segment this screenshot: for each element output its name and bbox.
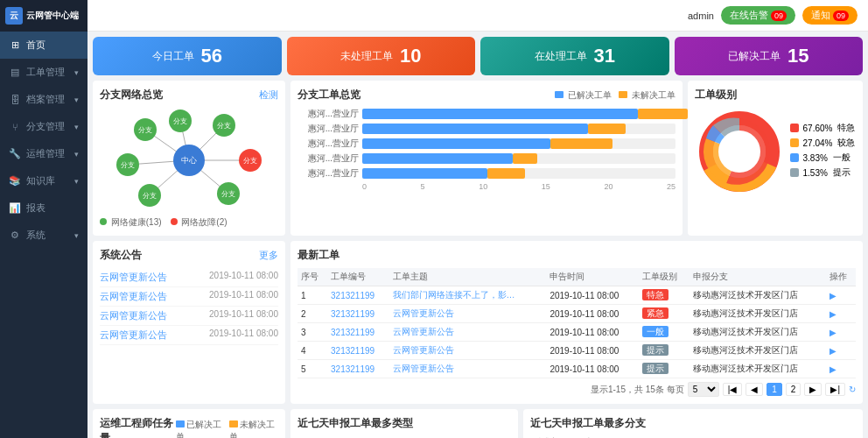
- action-link[interactable]: ▶: [830, 309, 836, 319]
- cell-id: 321321199: [327, 286, 389, 305]
- report-branches-header: 近七天申报工单最多分支: [530, 416, 856, 431]
- branch-legend: 已解决工单 未解决工单: [555, 89, 676, 102]
- sidebar-item-label: 报表: [26, 201, 46, 215]
- ticket-subject-link[interactable]: 云网管更新公告: [393, 326, 515, 338]
- network-panel-header: 分支网络总览 检测: [100, 88, 278, 102]
- legend-medium-label: 较急: [837, 137, 855, 149]
- ticket-id-link[interactable]: 321321199: [331, 309, 386, 319]
- level-tag: 提示: [642, 344, 668, 356]
- cell-id: 321321199: [327, 342, 389, 360]
- announce-link[interactable]: 云网管更新公告: [100, 309, 206, 322]
- legend-unresolved: 未解决工单: [619, 89, 676, 102]
- branch-bar-label: 惠河...营业厅: [298, 152, 359, 165]
- cell-num: 2: [298, 305, 327, 323]
- sidebar-item-label: 档案管理: [26, 93, 65, 106]
- engineer-header: 运维工程师任务量 已解决工单 未解决工单: [100, 416, 278, 438]
- cell-action: ▶: [826, 342, 856, 360]
- report-icon: 📊: [9, 202, 21, 214]
- report-types-header: 近七天申报工单最多类型: [298, 416, 511, 431]
- ticket-id-link[interactable]: 321321199: [331, 291, 386, 300]
- refresh-icon[interactable]: ↻: [849, 385, 856, 394]
- col-id: 工单编号: [327, 268, 389, 286]
- last-page-btn[interactable]: ▶|: [825, 383, 845, 396]
- next-page-btn[interactable]: ▶: [804, 383, 822, 396]
- page-2-btn[interactable]: 2: [786, 383, 802, 396]
- cell-id: 321321199: [327, 305, 389, 323]
- action-link[interactable]: ▶: [830, 291, 836, 300]
- donut-chart: [696, 108, 783, 195]
- latest-tickets-panel: 最新工单 序号 工单编号 工单主题 申告时间 工单级别 申报分支 操作: [290, 241, 863, 404]
- ticket-subject-link[interactable]: 云网管更新公告: [393, 307, 515, 320]
- per-page-select[interactable]: 51015: [688, 382, 719, 397]
- branch-bar-row: 惠河...营业厅: [298, 152, 676, 165]
- announce-link[interactable]: 云网管更新公告: [100, 328, 206, 342]
- chevron-down-icon: ▾: [74, 68, 79, 77]
- sidebar-item-archive[interactable]: 🗄 档案管理 ▾: [0, 86, 88, 113]
- stat-today-number: 56: [201, 45, 222, 67]
- network-detect-link[interactable]: 检测: [259, 88, 278, 102]
- cell-action: ▶: [826, 323, 856, 342]
- topology-area: 中心 分支 分支 分支 分支 分支: [100, 108, 278, 213]
- branch-bar-row: 惠河...营业厅: [298, 123, 676, 135]
- stat-resolved-label: 已解决工单: [728, 49, 780, 64]
- ticket-subject-link[interactable]: 我们部门网络连接不上了，影响怎么...: [393, 289, 515, 301]
- page-1-btn[interactable]: 1: [766, 383, 782, 396]
- ticket-subject-link[interactable]: 云网管更新公告: [393, 363, 515, 375]
- table-row: 2 321321199 云网管更新公告 2019-10-11 08:00 紧急 …: [298, 305, 856, 323]
- prev-page-btn[interactable]: ◀: [746, 383, 763, 396]
- eng-unresolved-rect: [229, 420, 238, 427]
- bar-resolved: [362, 124, 588, 134]
- eng-resolved-rect: [176, 420, 185, 427]
- sidebar-item-system[interactable]: ⚙ 系统 ▾: [0, 222, 88, 249]
- svg-point-26: [718, 131, 760, 173]
- sidebar-item-label: 系统: [26, 229, 46, 242]
- sidebar-item-work[interactable]: ▤ 工单管理 ▾: [0, 59, 88, 86]
- cell-subject: 云网管更新公告: [389, 323, 547, 342]
- cell-level: 提示: [639, 360, 690, 378]
- sidebar-item-branch[interactable]: ⑂ 分支管理 ▾: [0, 113, 88, 140]
- announce-time: 2019-10-11 08:00: [209, 271, 278, 284]
- notice-button[interactable]: 通知 09: [802, 6, 858, 25]
- announce-link[interactable]: 云网管更新公告: [100, 271, 206, 284]
- cell-subject: 云网管更新公告: [389, 342, 547, 360]
- online-alert-button[interactable]: 在线告警 09: [721, 6, 795, 25]
- sidebar-item-ops[interactable]: 🔧 运维管理 ▾: [0, 140, 88, 167]
- level-tag: 紧急: [642, 307, 668, 319]
- bar-unresolved: [588, 124, 626, 134]
- col-num: 序号: [298, 268, 327, 286]
- table-row: 3 321321199 云网管更新公告 2019-10-11 08:00 一般 …: [298, 323, 856, 342]
- logo-text: 云网管中心端: [26, 11, 79, 21]
- ticket-id-link[interactable]: 321321199: [331, 364, 386, 374]
- announce-time: 2019-10-11 08:00: [209, 309, 278, 322]
- announce-item: 云网管更新公告 2019-10-11 08:00: [100, 268, 278, 287]
- legend-urgent: 67.60% 特急: [790, 122, 856, 134]
- report-types-title: 近七天申报工单最多类型: [298, 416, 413, 431]
- ticket-subject-link[interactable]: 云网管更新公告: [393, 344, 515, 357]
- ticket-id-link[interactable]: 321321199: [331, 328, 386, 337]
- resolved-rect: [555, 91, 564, 98]
- more-link[interactable]: 更多: [259, 249, 278, 262]
- first-page-btn[interactable]: |◀: [723, 383, 743, 396]
- sidebar-item-home[interactable]: ⊞ 首页: [0, 32, 88, 59]
- sidebar-item-knowledge[interactable]: 📚 知识库 ▾: [0, 167, 88, 194]
- engineer-panel: 运维工程师任务量 已解决工单 未解决工单 陈工 陈工 吴工: [93, 409, 285, 438]
- ticket-id-link[interactable]: 321321199: [331, 346, 386, 356]
- network-panel-title: 分支网络总览: [100, 88, 163, 102]
- bar-resolved: [362, 138, 550, 149]
- bar-unresolved: [638, 109, 688, 119]
- action-link[interactable]: ▶: [830, 364, 836, 374]
- action-link[interactable]: ▶: [830, 346, 836, 356]
- row2: 分支网络总览 检测: [93, 81, 863, 236]
- col-branch: 申报分支: [690, 268, 826, 286]
- sidebar-item-report[interactable]: 📊 报表: [0, 194, 88, 222]
- cell-time: 2019-10-11 08:00: [546, 323, 639, 342]
- branch-bar-row: 惠河...营业厅: [298, 108, 676, 120]
- legend-hint-label: 提示: [833, 166, 850, 179]
- cell-num: 1: [298, 286, 327, 305]
- branch-bar-track: [362, 168, 676, 179]
- legend-healthy: 网络健康(13): [100, 216, 162, 229]
- action-link[interactable]: ▶: [830, 328, 836, 337]
- announce-link[interactable]: 云网管更新公告: [100, 290, 206, 303]
- unresolved-rect: [619, 91, 627, 98]
- col-action: 操作: [826, 268, 856, 286]
